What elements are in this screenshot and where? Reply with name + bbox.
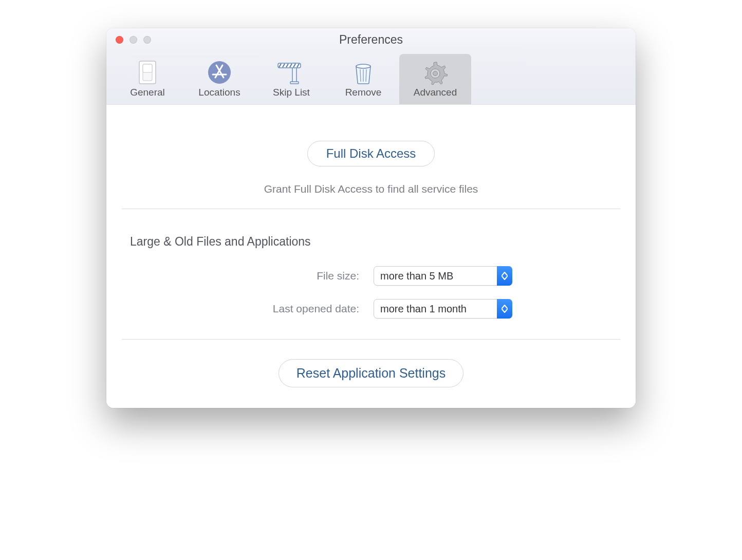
file-size-label: File size:: [122, 270, 374, 282]
tab-general[interactable]: General: [112, 54, 183, 104]
svg-point-3: [208, 61, 231, 84]
file-size-value: more than 5 MB: [380, 270, 453, 282]
svg-point-16: [356, 64, 370, 68]
svg-rect-8: [290, 82, 299, 84]
tab-label: Locations: [198, 87, 240, 98]
chevron-up-down-icon: [497, 266, 512, 286]
trash-icon: [353, 59, 374, 86]
gear-icon: [423, 59, 448, 86]
svg-rect-2: [143, 64, 152, 72]
reset-application-settings-button[interactable]: Reset Application Settings: [279, 359, 463, 387]
last-opened-value: more than 1 month: [380, 303, 467, 315]
advanced-pane: Full Disk Access Grant Full Disk Access …: [106, 105, 636, 408]
switch-icon: [139, 59, 156, 86]
svg-line-17: [360, 69, 361, 82]
preferences-toolbar: General Locations: [106, 51, 636, 105]
tab-label: Advanced: [414, 87, 457, 98]
divider: [122, 209, 620, 209]
svg-point-21: [433, 71, 438, 76]
tab-label: Remove: [345, 87, 382, 98]
tab-remove[interactable]: Remove: [327, 54, 399, 104]
preferences-window: Preferences General: [106, 28, 636, 408]
window-title: Preferences: [106, 33, 636, 47]
divider: [122, 339, 620, 340]
tab-label: Skip List: [273, 87, 310, 98]
titlebar: Preferences: [106, 28, 636, 51]
chevron-up-down-icon: [497, 299, 512, 319]
last-opened-label: Last opened date:: [122, 303, 374, 315]
last-opened-select[interactable]: more than 1 month: [374, 299, 512, 319]
tab-skip-list[interactable]: Skip List: [255, 54, 327, 104]
appstore-icon: [207, 59, 232, 86]
barrier-icon: [277, 59, 306, 86]
full-disk-access-hint: Grant Full Disk Access to find all servi…: [122, 183, 620, 195]
tab-advanced[interactable]: Advanced: [399, 54, 471, 104]
tab-label: General: [130, 87, 165, 98]
last-opened-row: Last opened date: more than 1 month: [122, 299, 620, 319]
svg-line-19: [366, 69, 366, 82]
tab-locations[interactable]: Locations: [183, 54, 255, 104]
section-title: Large & Old Files and Applications: [130, 235, 620, 249]
full-disk-access-button[interactable]: Full Disk Access: [307, 141, 435, 166]
file-size-select[interactable]: more than 5 MB: [374, 266, 512, 286]
file-size-row: File size: more than 5 MB: [122, 266, 620, 286]
